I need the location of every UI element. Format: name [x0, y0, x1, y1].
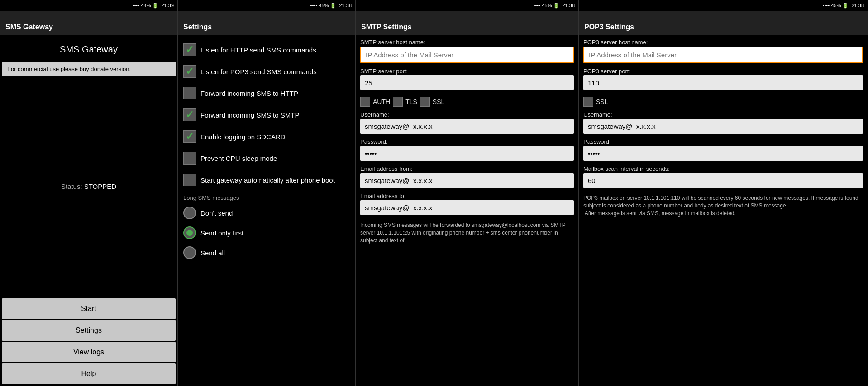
checkbox-forward-smtp[interactable]: ✓: [183, 108, 196, 121]
smtp-username-group: Username:: [360, 111, 574, 134]
pop3-mailbox-group: Mailbox scan interval in seconds:: [583, 165, 863, 188]
pop3-password-label: Password:: [583, 138, 863, 145]
pop3-host-input[interactable]: [583, 47, 863, 63]
app-title: SMS Gateway: [0, 35, 177, 62]
label-listen-pop3: Listen for POP3 send SMS commands: [200, 68, 317, 75]
smtp-checkboxes-row: AUTH TLS SSL: [360, 95, 574, 108]
pop3-ssl-label: SSL: [596, 98, 608, 105]
radio-label-send-all: Send all: [200, 249, 225, 257]
smtp-port-group: SMTP server port:: [360, 68, 574, 90]
smtp-password-label: Password:: [360, 138, 574, 145]
panel1-body: SMS Gateway For commercial use please bu…: [0, 35, 177, 386]
checkbox-auto-start[interactable]: [183, 174, 196, 186]
battery-1: ▪▪▪▪ 44% 🔋: [133, 3, 159, 9]
smtp-ssl-label: SSL: [433, 98, 444, 105]
label-listen-http: Listen for HTTP send SMS commands: [200, 46, 316, 54]
panel4-title: POP3 Settings: [584, 23, 634, 31]
label-cpu-sleep: Prevent CPU sleep mode: [200, 155, 277, 162]
view-logs-button[interactable]: View logs: [2, 342, 176, 362]
smtp-password-group: Password:: [360, 138, 574, 161]
time-4: 21:38: [851, 3, 864, 8]
smtp-body: SMTP server host name: SMTP server port:…: [356, 35, 578, 386]
radio-label-send-first: Send only first: [200, 229, 243, 237]
status-bar-4: ▪▪▪▪ 45% 🔋 21:38: [579, 0, 868, 11]
panel2-title: Settings: [183, 23, 212, 31]
smtp-ssl-checkbox[interactable]: [420, 97, 430, 107]
panel-sms-gateway: ▪▪▪▪ 44% 🔋 21:39 SMS Gateway SMS Gateway…: [0, 0, 178, 386]
checkmark-listen-pop3: ✓: [186, 66, 194, 76]
smtp-email-from-group: Email address from:: [360, 165, 574, 188]
smtp-port-input[interactable]: [360, 75, 574, 90]
status-bar-3: ▪▪▪▪ 45% 🔋 21:38: [356, 0, 578, 11]
smtp-auth-label: AUTH: [373, 98, 390, 105]
smtp-host-input[interactable]: [360, 47, 574, 63]
pop3-body: POP3 server host name: POP3 server port:…: [579, 35, 868, 386]
radio-btn-dont-send[interactable]: [183, 207, 196, 219]
checkbox-logging[interactable]: ✓: [183, 130, 196, 143]
smtp-host-label: SMTP server host name:: [360, 39, 574, 46]
smtp-password-input[interactable]: [360, 146, 574, 161]
checkbox-listen-http[interactable]: ✓: [183, 43, 196, 56]
battery-2: ▪▪▪▪ 45% 🔋: [310, 3, 337, 9]
smtp-email-to-input[interactable]: [360, 200, 574, 215]
settings-list: ✓ Listen for HTTP send SMS commands ✓ Li…: [178, 35, 355, 386]
checkbox-listen-pop3[interactable]: ✓: [183, 65, 196, 78]
smtp-email-to-group: Email address to:: [360, 193, 574, 215]
radio-send-first[interactable]: Send only first: [178, 223, 355, 243]
pop3-username-input[interactable]: [583, 119, 863, 134]
pop3-password-group: Password:: [583, 138, 863, 161]
smtp-email-from-input[interactable]: [360, 173, 574, 188]
radio-dont-send[interactable]: Don't send: [178, 203, 355, 223]
pop3-port-group: POP3 server port:: [583, 68, 863, 90]
pop3-mailbox-input[interactable]: [583, 173, 863, 188]
pop3-password-input[interactable]: [583, 146, 863, 161]
pop3-username-label: Username:: [583, 111, 863, 118]
checkbox-cpu-sleep[interactable]: [183, 152, 196, 165]
setting-listen-http[interactable]: ✓ Listen for HTTP send SMS commands: [178, 39, 355, 61]
pop3-port-label: POP3 server port:: [583, 68, 863, 75]
panel-pop3: ▪▪▪▪ 45% 🔋 21:38 POP3 Settings POP3 serv…: [579, 0, 868, 386]
setting-listen-pop3[interactable]: ✓ Listen for POP3 send SMS commands: [178, 61, 355, 82]
status-bar-1: ▪▪▪▪ 44% 🔋 21:39: [0, 0, 177, 11]
status-label: Status:: [61, 183, 82, 190]
pop3-ssl-checkbox[interactable]: [583, 97, 593, 107]
radio-label-dont-send: Don't send: [200, 209, 233, 217]
battery-4: ▪▪▪▪ 45% 🔋: [823, 3, 849, 9]
radio-inner-send-first: [186, 230, 193, 236]
setting-cpu-sleep[interactable]: Prevent CPU sleep mode: [178, 147, 355, 169]
checkbox-forward-http[interactable]: [183, 87, 196, 99]
battery-3: ▪▪▪▪ 45% 🔋: [534, 3, 560, 9]
help-button[interactable]: Help: [2, 363, 176, 384]
smtp-info-text: Incoming SMS messages will be forwarded …: [360, 221, 574, 244]
panel1-title: SMS Gateway: [5, 23, 53, 31]
time-3: 21:38: [562, 3, 575, 8]
label-auto-start: Start gateway automatically after phone …: [200, 176, 335, 184]
smtp-email-from-label: Email address from:: [360, 165, 574, 172]
smtp-username-input[interactable]: [360, 119, 574, 134]
radio-btn-send-all[interactable]: [183, 246, 196, 259]
status-bar-2: ▪▪▪▪ 45% 🔋 21:38: [178, 0, 355, 11]
radio-send-all[interactable]: Send all: [178, 243, 355, 263]
smtp-tls-checkbox[interactable]: [393, 97, 403, 107]
panel4-title-bar: POP3 Settings: [579, 11, 868, 35]
label-forward-smtp: Forward incoming SMS to SMTP: [200, 111, 299, 119]
donate-banner: For commercial use please buy donate ver…: [2, 62, 176, 76]
setting-forward-http[interactable]: Forward incoming SMS to HTTP: [178, 82, 355, 104]
panel2-title-bar: Settings: [178, 11, 355, 35]
settings-button[interactable]: Settings: [2, 320, 176, 341]
pop3-host-group: POP3 server host name:: [583, 39, 863, 63]
setting-forward-smtp[interactable]: ✓ Forward incoming SMS to SMTP: [178, 104, 355, 126]
time-2: 21:38: [339, 3, 352, 8]
smtp-tls-label: TLS: [405, 98, 417, 105]
radio-btn-send-first[interactable]: [183, 226, 196, 239]
status-value: STOPPED: [84, 183, 116, 190]
smtp-host-group: SMTP server host name:: [360, 39, 574, 63]
start-button[interactable]: Start: [2, 298, 176, 319]
setting-logging[interactable]: ✓ Enable logging on SDCARD: [178, 126, 355, 147]
setting-auto-start[interactable]: Start gateway automatically after phone …: [178, 169, 355, 191]
pop3-port-input[interactable]: [583, 75, 863, 90]
panel1-title-bar: SMS Gateway: [0, 11, 177, 35]
smtp-auth-checkbox[interactable]: [360, 97, 370, 107]
checkmark-logging: ✓: [186, 132, 194, 141]
pop3-info-text: POP3 mailbox on server 10.1.1.101:110 wi…: [583, 194, 863, 217]
